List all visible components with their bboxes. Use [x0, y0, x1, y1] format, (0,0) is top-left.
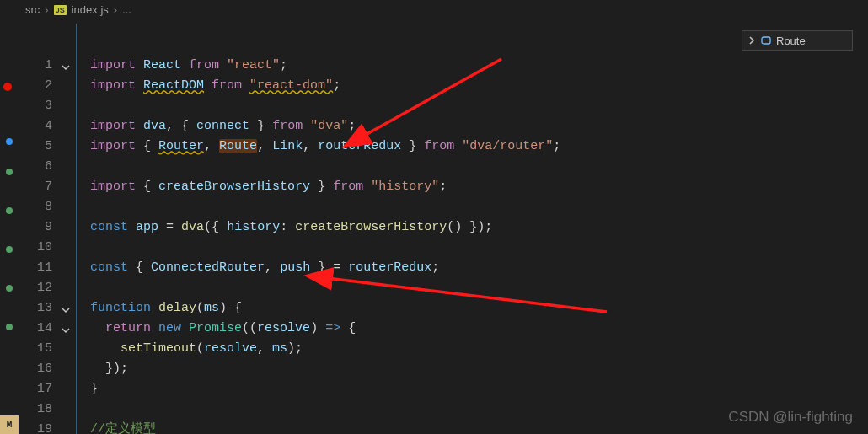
- line-number: 2: [19, 76, 76, 96]
- code-line[interactable]: import dva, { connect } from "dva";: [90, 116, 868, 137]
- code-line[interactable]: });: [90, 359, 868, 379]
- line-number: 9: [19, 217, 76, 238]
- scm-dot: [6, 324, 13, 330]
- line-number: 12: [19, 278, 76, 298]
- scm-dot: [6, 285, 13, 292]
- fold-icon[interactable]: [61, 323, 71, 333]
- scm-dot: [6, 138, 13, 145]
- code-line[interactable]: [90, 96, 868, 116]
- code-line[interactable]: import { createBrowserHistory } from "hi…: [90, 177, 868, 197]
- line-number: 19: [19, 420, 76, 434]
- line-number: 4: [19, 116, 76, 137]
- code-line[interactable]: [90, 157, 868, 177]
- scm-dot: [6, 207, 13, 214]
- modified-badge: M: [0, 415, 19, 434]
- code-line[interactable]: [90, 238, 868, 258]
- breakpoint-icon[interactable]: [3, 83, 12, 91]
- watermark: CSDN @lin-fighting: [728, 409, 853, 426]
- code-line[interactable]: }: [90, 379, 868, 399]
- code-line[interactable]: setTimeout(resolve, ms);: [90, 339, 868, 359]
- code-line[interactable]: import ReactDOM from "react-dom";: [90, 76, 868, 96]
- line-number: 14: [19, 319, 76, 339]
- fold-icon[interactable]: [61, 60, 71, 70]
- scm-dot: [6, 169, 13, 175]
- line-number: 5: [19, 137, 76, 157]
- code-line[interactable]: [90, 197, 868, 217]
- scm-gutter: M: [0, 0, 19, 434]
- code-editor[interactable]: 12345678910111213141516171819 import Rea…: [19, 24, 868, 434]
- line-number: 15: [19, 339, 76, 359]
- code-line[interactable]: [90, 278, 868, 298]
- line-number: 10: [19, 238, 76, 258]
- js-badge-icon: JS: [54, 5, 67, 15]
- line-number: 18: [19, 399, 76, 420]
- scm-dot: [6, 246, 13, 253]
- code-line[interactable]: function delay(ms) {: [90, 298, 868, 319]
- breadcrumb-sep: ›: [114, 3, 117, 16]
- breadcrumb-file[interactable]: index.js: [72, 3, 109, 16]
- code-line[interactable]: const { ConnectedRouter, push } = router…: [90, 258, 868, 278]
- line-number: 1: [19, 56, 76, 76]
- line-number: 6: [19, 157, 76, 177]
- breadcrumb-folder[interactable]: src: [25, 3, 40, 16]
- breadcrumb[interactable]: src › JS index.js › ...: [25, 3, 131, 16]
- code-line[interactable]: import { Router, Route, Link, routerRedu…: [90, 137, 868, 157]
- code-area[interactable]: import React from "react";import ReactDO…: [76, 24, 868, 434]
- line-number: 7: [19, 177, 76, 197]
- code-line[interactable]: import React from "react";: [90, 56, 868, 76]
- line-number: 16: [19, 359, 76, 379]
- line-number: 17: [19, 379, 76, 399]
- line-number: 11: [19, 258, 76, 278]
- breadcrumb-sep: ›: [45, 3, 48, 16]
- fold-icon[interactable]: [61, 303, 71, 313]
- line-numbers: 12345678910111213141516171819: [19, 24, 76, 434]
- code-line[interactable]: return new Promise((resolve) => {: [90, 319, 868, 339]
- breadcrumb-tail[interactable]: ...: [122, 3, 131, 16]
- line-number: 13: [19, 298, 76, 319]
- line-number: 3: [19, 96, 76, 116]
- code-line[interactable]: const app = dva({ history: createBrowser…: [90, 217, 868, 238]
- line-number: 8: [19, 197, 76, 217]
